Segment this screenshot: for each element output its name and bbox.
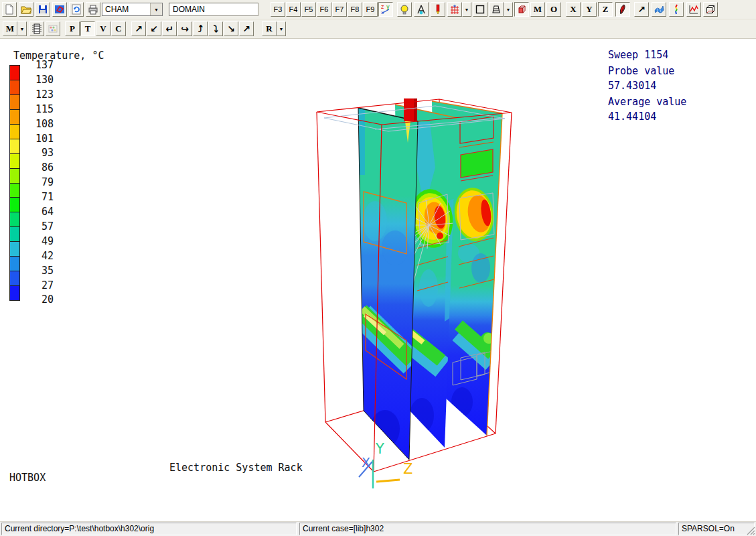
grid-options-dropdown[interactable]: ▼ [462, 2, 471, 17]
legend-color-cell [10, 153, 19, 168]
legend-value: 27 [23, 280, 54, 291]
geometry-view-button[interactable] [52, 2, 67, 17]
bulb-icon [399, 4, 410, 15]
solver-combo-arrow[interactable]: ▼ [150, 3, 162, 15]
compass-icon [416, 4, 427, 15]
legend-value: 130 [23, 74, 54, 85]
save-button[interactable] [35, 2, 50, 17]
legend-color-cell [10, 212, 19, 226]
fkey-f5-button[interactable]: F5 [301, 2, 316, 17]
axis-y-button[interactable]: Y [582, 2, 597, 17]
chevron-down-icon: ▼ [279, 27, 284, 31]
wireframe-view-button[interactable] [473, 2, 487, 17]
light-button[interactable] [397, 2, 412, 17]
chevron-down-icon: ▼ [465, 7, 469, 12]
color-film-icon [48, 23, 58, 34]
axes-toggle-button[interactable]: z y x [378, 2, 393, 17]
legend-color-cell [10, 109, 19, 124]
chevron-down-icon: ▼ [20, 27, 25, 31]
animation-button[interactable] [29, 21, 44, 36]
fkey-f9-button[interactable]: F9 [363, 2, 378, 17]
mesh-view-button[interactable] [489, 2, 504, 17]
view-t-button[interactable]: T [80, 21, 95, 36]
legend-color-cell [10, 256, 19, 271]
resize-grip[interactable] [747, 527, 755, 535]
phoenics-viewer-window: { "toolbar_top": { "solver_combo_value":… [0, 0, 756, 536]
arrow-turn-up-button[interactable]: ⤴ [193, 21, 208, 36]
arrow-ne-button[interactable]: ↗ [131, 21, 146, 36]
legend-color-cell [10, 66, 19, 80]
open-folder-icon [21, 4, 31, 15]
object-button[interactable]: O [546, 2, 561, 17]
axes-icon: z y x [380, 4, 391, 15]
solver-combo[interactable]: CHAM ▼ [102, 3, 163, 16]
legend-value: 49 [23, 236, 54, 247]
legend-color-cell [10, 124, 19, 139]
axis-z-button[interactable]: Z [598, 2, 613, 17]
reload-button[interactable] [69, 2, 84, 17]
monitor-button[interactable]: M [530, 2, 545, 17]
grid-toggle-button[interactable] [447, 2, 462, 17]
graph-button[interactable] [686, 2, 701, 17]
slice-plane-1 [358, 108, 418, 460]
fkey-f8-button[interactable]: F8 [348, 2, 362, 17]
domain-field[interactable]: DOMAIN [169, 3, 258, 16]
streamline-button[interactable] [652, 2, 666, 17]
movement-button[interactable]: M [3, 21, 17, 36]
legend-color-cell [10, 197, 19, 212]
status-bar: Current directory=P:\test\hotbox\h302\or… [0, 521, 756, 536]
angle-tool-button[interactable] [414, 2, 429, 17]
plot-title: Electronic System Rack [169, 462, 303, 474]
arrow-turn-down-button[interactable]: ⤵ [208, 21, 223, 36]
arrow-se-bold-button[interactable]: ↘ [224, 21, 238, 36]
axis-x-button[interactable]: X [566, 2, 581, 17]
fkey-f6-button[interactable]: F6 [317, 2, 331, 17]
recording-button[interactable] [46, 21, 60, 36]
svg-text:y: y [386, 4, 390, 10]
arrow-sw-button[interactable]: ↙ [147, 21, 161, 36]
legend-value: 123 [23, 89, 54, 100]
legend-value: 71 [23, 192, 54, 202]
average-value: 41.44104 [608, 111, 656, 123]
legend-value: 35 [23, 265, 54, 276]
new-file-button[interactable] [2, 2, 17, 17]
iso-line-button[interactable] [669, 2, 684, 17]
chevron-down-icon: ▼ [506, 7, 511, 12]
fkey-f4-button[interactable]: F4 [286, 2, 301, 17]
legend-value: 108 [23, 119, 54, 129]
print-button[interactable] [86, 2, 100, 17]
status-case: Current case=[lib]h302 [299, 523, 676, 535]
arrow-curve-left-button[interactable]: ↵ [162, 21, 177, 36]
new-file-icon [4, 4, 15, 15]
marker-pen-icon [433, 4, 443, 15]
probe-tool-button[interactable] [615, 2, 630, 17]
wireframe-cube-icon [705, 4, 716, 15]
legend-color-cell [10, 183, 19, 198]
view-v-button[interactable]: V [96, 21, 110, 36]
average-value-label: Average value [608, 96, 686, 108]
legend-value: 93 [23, 147, 54, 158]
probe-value-label: Probe value [608, 65, 674, 77]
refresh-icon [71, 4, 82, 15]
reset-view-button[interactable]: R [262, 21, 277, 36]
fkey-f7-button[interactable]: F7 [332, 2, 347, 17]
domain-label: HOTBOX [9, 472, 46, 484]
domain-cube-button[interactable] [703, 2, 718, 17]
probe-marker-button[interactable] [431, 2, 445, 17]
reset-view-dropdown[interactable]: ▼ [277, 21, 286, 36]
movement-dropdown[interactable]: ▼ [17, 21, 27, 36]
open-file-button[interactable] [19, 2, 33, 17]
surface-mesh-icon [654, 4, 664, 15]
legend-value: 79 [23, 177, 54, 188]
fkey-f3-button[interactable]: F3 [271, 2, 285, 17]
mesh-options-dropdown[interactable]: ▼ [504, 2, 513, 17]
legend-color-cell [10, 139, 19, 153]
solid-view-button[interactable] [514, 2, 529, 17]
arrow-ne-bold-button[interactable]: ↗ [239, 21, 254, 36]
view-p-button[interactable]: P [65, 21, 80, 36]
view-c-button[interactable]: C [111, 21, 126, 36]
main-toolbar: CHAM ▼ DOMAIN F3F4F5F6F7F8F9 z y x [0, 0, 756, 19]
arrow-curve-right-button[interactable]: ↪ [177, 21, 192, 36]
ne-arrow-icon: ↗ [637, 4, 646, 15]
vector-arrow-button[interactable]: ↗ [634, 2, 649, 17]
